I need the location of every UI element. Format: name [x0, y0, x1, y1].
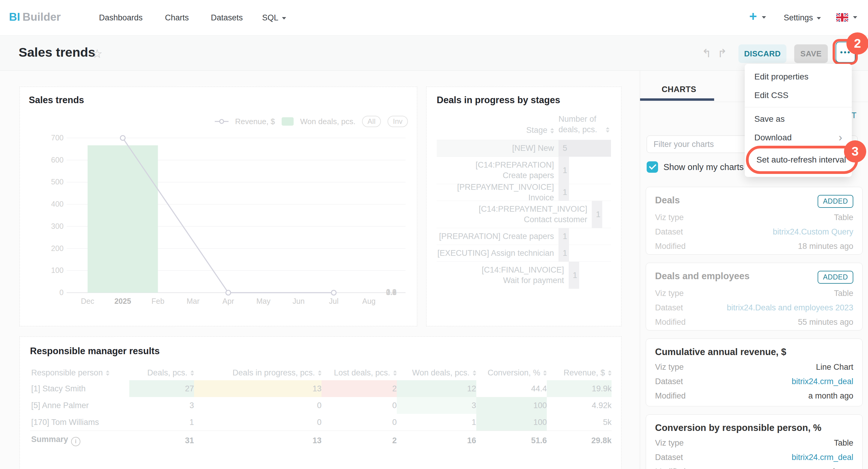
dataset-label: Dataset [655, 227, 683, 237]
sales-trends-panel[interactable]: Sales trends Revenue, $ Won deals, pcs. … [20, 87, 417, 326]
card-title: Cumulative annual revenue, $ [655, 347, 786, 357]
stages-table: Stage Number of deals, pcs. [NEW] New 5 … [437, 117, 611, 289]
undo-icon[interactable]: ↰ [702, 47, 711, 60]
number-cell: 1 [569, 262, 611, 289]
data-point-marker[interactable] [120, 135, 125, 140]
table-row[interactable]: [170] Tom Williams 1 0 0 1 100 5k [30, 414, 612, 431]
column-label: Deals, pcs. [147, 368, 187, 377]
left-axis-tick-label: 200 [51, 244, 64, 253]
sort-icon[interactable] [543, 370, 547, 376]
number-value: 1 [558, 166, 567, 175]
column-header-revenue[interactable]: Revenue, $ [547, 365, 612, 380]
number-value: 1 [558, 249, 567, 258]
language-dropdown[interactable] [836, 13, 857, 22]
sort-icon[interactable] [473, 370, 476, 376]
chart-card-conversion-by-person[interactable]: Conversion by responsible person, % Viz … [646, 414, 863, 469]
dataset-link[interactable]: bitrix24.Custom Query [773, 227, 853, 237]
menu-item-edit-css[interactable]: Edit CSS [745, 86, 852, 105]
column-header-won[interactable]: Won deals, pcs. [397, 365, 476, 380]
deals-cell: 3 [129, 397, 194, 414]
nav-charts[interactable]: Charts [165, 13, 189, 23]
sort-icon[interactable] [393, 370, 397, 376]
chart-card-deals[interactable]: DealsADDED Viz typeTable Datasetbitrix24… [646, 187, 863, 255]
dataset-link[interactable]: bitrix24.crm_deal [792, 377, 853, 386]
favorite-star-icon[interactable]: ☆ [92, 47, 102, 61]
menu-item-set-auto-refresh[interactable]: Set auto-refresh interval [746, 146, 858, 174]
number-value: 1 [558, 232, 567, 241]
table-row[interactable]: [C14:PREPAYMENT_INVOIC] Contact customer… [437, 200, 611, 228]
menu-item-save-as[interactable]: Save as [745, 110, 852, 128]
table-row[interactable]: [PREPARATION] Create papers 1 [437, 228, 611, 245]
column-header-conversion[interactable]: Conversion, % [476, 365, 547, 380]
tutorial-step-3-badge: 3 [844, 140, 866, 162]
won-cell: 12 [397, 380, 476, 397]
info-icon[interactable]: i [71, 437, 81, 446]
sort-icon[interactable] [106, 370, 110, 376]
lost-cell: 0 [321, 414, 397, 431]
show-only-my-charts-toggle[interactable]: Show only my charts [647, 161, 744, 173]
manager-results-panel[interactable]: Responsible manager results Responsible … [20, 337, 621, 469]
table-row[interactable]: [C14:FINAL_INVOICE] Wait for payment 1 [437, 261, 611, 289]
viz-type-value: Table [834, 289, 853, 298]
sort-icon[interactable] [550, 128, 554, 133]
stage-cell: [C14:PREPAYMENT_INVOIC] Contact customer [437, 204, 587, 225]
table-row[interactable]: [C14:PREPARATION] Create papers 1 [437, 157, 611, 184]
x-axis-category-label: 2025 [108, 297, 138, 306]
chart-card-deals-and-employees[interactable]: Deals and employeesADDED Viz typeTable D… [646, 263, 863, 331]
chart-card-list: DealsADDED Viz typeTable Datasetbitrix24… [646, 187, 863, 469]
dataset-link[interactable]: bitrix24.Deals and employees 2023 [727, 303, 853, 312]
table-row[interactable]: [PREPAYMENT_INVOICE] Invoice 1 [437, 184, 611, 200]
add-new-button[interactable]: + [749, 9, 766, 24]
left-axis-tick-label: 100 [51, 266, 64, 275]
discard-button[interactable]: DISCARD [738, 44, 786, 63]
column-header-lost[interactable]: Lost deals, pcs. [321, 365, 397, 380]
column-header-deals[interactable]: Deals, pcs. [129, 365, 194, 380]
menu-item-label: Download [754, 133, 792, 143]
data-point-marker[interactable] [332, 290, 336, 295]
card-title: Deals and employees [655, 271, 749, 282]
stage-cell: [C14:FINAL_INVOICE] Wait for payment [437, 265, 564, 286]
sort-icon[interactable] [190, 370, 194, 376]
menu-divider [745, 107, 852, 107]
column-header-in-progress[interactable]: Deals in progress, pcs. [194, 365, 321, 380]
data-point-marker[interactable] [226, 290, 231, 295]
nav-datasets[interactable]: Datasets [211, 13, 243, 23]
menu-item-edit-properties[interactable]: Edit properties [745, 67, 852, 86]
checkbox-checked-icon[interactable] [647, 161, 658, 173]
tab-charts[interactable]: CHARTS [662, 85, 696, 94]
column-label: Number of deals, pcs. [558, 114, 603, 135]
left-axis-tick-label: 600 [51, 156, 64, 164]
person-cell: [170] Tom Williams [30, 414, 129, 431]
active-tab-indicator [640, 98, 714, 101]
nav-sql-dropdown[interactable]: SQL [262, 13, 286, 23]
modified-value: 18 minutes ago [798, 242, 853, 251]
left-axis-tick-label: 300 [51, 222, 64, 230]
menu-item-download[interactable]: Download › [745, 128, 852, 147]
column-header-person[interactable]: Responsible person [30, 365, 129, 380]
nav-dashboards[interactable]: Dashboards [99, 13, 143, 23]
deals-in-progress-panel[interactable]: Deals in progress by stages Stage Number… [426, 87, 621, 326]
table-row[interactable]: [NEW] New 5 [437, 140, 611, 157]
sort-icon[interactable] [608, 370, 612, 376]
table-row[interactable]: [5] Anne Palmer 3 0 0 3 100 4.92k [30, 397, 612, 414]
viz-type-value: Table [834, 438, 853, 448]
in-progress-cell: 13 [194, 380, 321, 397]
added-badge: ADDED [817, 195, 853, 208]
won-cell: 16 [397, 431, 476, 450]
panel-title: Responsible manager results [30, 346, 160, 356]
settings-dropdown[interactable]: Settings [784, 13, 821, 23]
page-header: Sales trends ☆ ↰ ↱ DISCARD SAVE ••• [0, 35, 868, 71]
column-header-number[interactable]: Number of deals, pcs. [558, 114, 611, 135]
dataset-link[interactable]: bitrix24.crm_deal [792, 453, 853, 462]
sort-icon[interactable] [606, 127, 610, 132]
column-header-stage[interactable]: Stage [437, 126, 554, 135]
in-progress-cell: 0 [194, 414, 321, 431]
redo-icon[interactable]: ↱ [717, 47, 727, 60]
sort-icon[interactable] [318, 370, 321, 376]
table-row[interactable]: [1] Stacy Smith 27 13 2 12 44.4 19.9k [30, 380, 612, 397]
app-logo[interactable]: BIBuilder [9, 11, 61, 23]
won-deals-bar[interactable] [88, 146, 158, 293]
table-row[interactable]: [EXECUTING] Assign technician 1 [437, 245, 611, 261]
chart-card-cumulative-annual-revenue[interactable]: Cumulative annual revenue, $ Viz typeLin… [646, 339, 863, 406]
save-button[interactable]: SAVE [794, 44, 828, 63]
